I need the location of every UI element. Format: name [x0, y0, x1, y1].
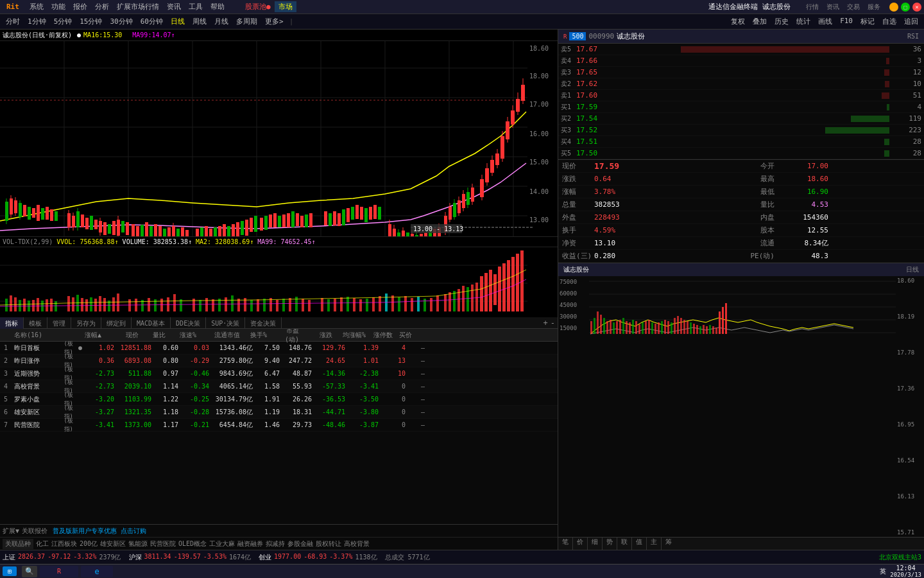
col-vol-ratio[interactable]: 量比 [141, 331, 168, 340]
col-limit-up[interactable]: 涨停数 [368, 331, 395, 340]
col-change[interactable]: 涨跌 [302, 331, 335, 340]
tag-200yi[interactable]: 200亿 [80, 539, 98, 548]
col-buy[interactable]: 买价 [395, 331, 415, 340]
tb-1min[interactable]: 1分钟 [24, 16, 49, 27]
list-item[interactable]: 7 民营医院 (板指) -3.41 1373.00 1.17 -0.21 645… [0, 419, 558, 432]
nav-trend[interactable]: 势 [603, 538, 617, 550]
tag-chem[interactable]: 化工 [36, 539, 49, 548]
mini-chart-section[interactable]: 诚志股份 日线 75000 60000 45000 30000 [558, 263, 924, 550]
tag-gualian[interactable]: 关联品种 [3, 539, 33, 549]
tag-privatemed[interactable]: 民营医院 [150, 539, 176, 548]
tab-indicator[interactable]: 指标 [0, 317, 24, 330]
menu-system[interactable]: 系统 [26, 2, 47, 12]
tb-watchlist[interactable]: 自选 [879, 16, 900, 27]
menu-quote[interactable]: 报价 [69, 2, 91, 12]
tb-reinstate[interactable]: 复权 [728, 16, 748, 27]
menu-info[interactable]: 资讯 [163, 2, 185, 12]
browser-taskbar-icon[interactable]: e [81, 566, 113, 577]
col-name[interactable]: 名称(16) [12, 331, 63, 340]
nav-main[interactable]: 主 [647, 538, 662, 550]
tag-oled[interactable]: OLED概念 [178, 539, 207, 548]
tb-f10[interactable]: F10 [837, 16, 856, 27]
tab-manage[interactable]: 管理 [47, 317, 71, 330]
tab-saveas[interactable]: 另存为 [71, 317, 101, 330]
tag-finance[interactable]: 参股金融 [287, 539, 313, 548]
tb-return[interactable]: 追回 [901, 16, 921, 27]
menu-function[interactable]: 功能 [47, 2, 69, 12]
taskbar-lang[interactable]: 英 [880, 567, 886, 576]
start-button[interactable]: ⊞ [3, 566, 17, 576]
tab-macd[interactable]: MACD基本 [132, 317, 171, 330]
volume-chart[interactable] [0, 247, 558, 317]
tab-bind[interactable]: 绑定到 [101, 317, 132, 330]
tb-fen[interactable]: 分时 [3, 16, 23, 27]
related-quote[interactable]: 关联报价 [22, 527, 47, 536]
menu-extend[interactable]: 扩展市场行情 [113, 2, 163, 12]
tb-60min[interactable]: 60分钟 [137, 16, 166, 27]
tb-history[interactable]: 历史 [771, 16, 792, 27]
expand-icon[interactable]: 扩展▼ [3, 527, 19, 536]
nav-info[interactable]: 资讯 [823, 3, 843, 12]
main-chart[interactable]: 18.60 18.00 17.00 16.00 15.00 14.00 13.0… [0, 41, 558, 236]
nav-pen[interactable]: 笔 [558, 538, 573, 550]
menu-market[interactable]: 市场 [275, 1, 296, 12]
chart-zoom-plus[interactable]: + [543, 319, 548, 328]
col-speed[interactable]: 涨速% [168, 331, 199, 340]
tab-sup[interactable]: SUP·决策 [206, 317, 245, 330]
close-button[interactable]: × [912, 3, 921, 12]
tb-multiperiod[interactable]: 多周期 [233, 16, 261, 27]
search-taskbar-button[interactable]: 🔍 [22, 566, 37, 577]
list-item[interactable]: 3 近期强势 (板指) -2.73 511.88 0.97 -0.46 9843… [0, 367, 558, 380]
nav-trade[interactable]: 交易 [843, 3, 864, 12]
tb-15min[interactable]: 15分钟 [76, 16, 105, 27]
tb-stats[interactable]: 统计 [793, 16, 814, 27]
col-change-pct[interactable]: 涨幅▲ [71, 331, 104, 340]
nav-hq[interactable]: 行情 [802, 3, 823, 12]
tag-equity[interactable]: 股权转让 [316, 539, 341, 548]
tab-dde[interactable]: DDE决策 [171, 317, 206, 330]
nav-value[interactable]: 值 [632, 538, 647, 550]
col-turnover[interactable]: 换手% [243, 331, 270, 340]
tb-monthly[interactable]: 月线 [211, 16, 232, 27]
nav-link[interactable]: 联 [617, 538, 632, 550]
col-pe[interactable]: 市盈(动) [270, 329, 302, 344]
nav-detail[interactable]: 细 [588, 538, 603, 550]
nav-price[interactable]: 价 [573, 538, 588, 550]
menu-stockpool[interactable]: 股票池● [241, 2, 275, 12]
list-item[interactable]: 5 罗素小盘 (板指) -3.20 1103.99 1.22 -0.25 301… [0, 393, 558, 406]
col-avg-change[interactable]: 均涨幅% [335, 331, 368, 340]
chart-zoom-minus[interactable]: - [551, 319, 555, 328]
tb-weekly[interactable]: 周线 [189, 16, 210, 27]
col-mktcap[interactable]: 流通市值 [199, 331, 243, 340]
tag-xiongan[interactable]: 雄安新区 [100, 539, 126, 548]
tb-daily[interactable]: 日线 [167, 16, 188, 27]
tb-more[interactable]: 更多> [262, 16, 287, 27]
tag-reduce[interactable]: 拟减持 [266, 539, 285, 548]
tag-margin[interactable]: 融资融券 [237, 539, 263, 548]
menu-tools[interactable]: 工具 [185, 2, 207, 12]
list-item[interactable]: 2 昨日涨停 (板指) 0.36 6893.08 0.80 -0.29 2759… [0, 355, 558, 367]
tag-industry[interactable]: 工业大麻 [209, 539, 235, 548]
tb-overlay[interactable]: 叠加 [749, 16, 770, 27]
tag-hydrogen[interactable]: 氢能源 [128, 539, 148, 548]
list-item[interactable]: 4 高校背景 (板指) -2.73 2039.10 1.14 -0.34 406… [0, 380, 558, 393]
tb-mark[interactable]: 标记 [857, 16, 878, 27]
tag-jiangxi[interactable]: 江西板块 [51, 539, 77, 548]
menu-help[interactable]: 帮助 [207, 2, 228, 12]
tb-5min[interactable]: 5分钟 [51, 16, 76, 27]
list-item[interactable]: 6 雄安新区 (板指) -3.27 1321.35 1.18 -0.28 157… [0, 406, 558, 419]
tab-capital[interactable]: 资金决策 [245, 317, 282, 330]
app-taskbar-icon[interactable]: R [40, 566, 78, 577]
nav-chips[interactable]: 筹 [662, 538, 676, 550]
promo-text[interactable]: 普及版新用户专享优惠 点击订购 [53, 527, 146, 536]
menu-analysis[interactable]: 分析 [91, 2, 113, 12]
tb-draw[interactable]: 画线 [815, 16, 835, 27]
maximize-button[interactable]: □ [901, 3, 910, 12]
minimize-button[interactable]: _ [889, 3, 898, 12]
tab-template[interactable]: 模板 [24, 317, 47, 330]
col-price[interactable]: 现价 [104, 331, 141, 340]
tag-univ[interactable]: 高校背景 [344, 539, 370, 548]
nav-service[interactable]: 服务 [864, 3, 884, 12]
svg-text:18.00: 18.00 [529, 73, 549, 80]
tb-30min[interactable]: 30分钟 [107, 16, 136, 27]
